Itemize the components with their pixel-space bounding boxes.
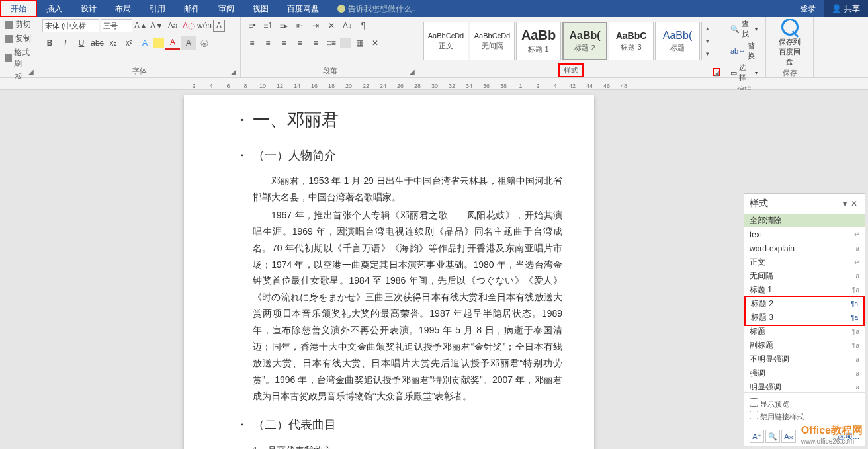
- show-marks-button[interactable]: ¶: [356, 19, 370, 33]
- text-direction-button[interactable]: ✕: [324, 19, 339, 33]
- tab-review[interactable]: 审阅: [209, 0, 243, 17]
- login-button[interactable]: 登录: [792, 3, 824, 15]
- snap-button[interactable]: ✕: [368, 36, 382, 50]
- strike-button[interactable]: abc: [90, 36, 105, 50]
- font-launcher[interactable]: ◢: [231, 68, 239, 76]
- list-item: 1、月亮代表我的心: [253, 442, 562, 449]
- style-gallery-more[interactable]: ▴▾▾: [701, 22, 713, 60]
- paragraph-group: ≡• ≡1 ≡▸ ⇤ ⇥ ✕ A↓ ¶ ≡ ≡ ≡ ≡ ≡ ‡≡ ▦ ✕ 段落: [241, 17, 419, 77]
- copy-button[interactable]: 复制: [4, 32, 34, 45]
- manage-styles-button[interactable]: A⁎: [781, 430, 796, 443]
- sort-button[interactable]: A↓: [340, 19, 355, 33]
- style-heading2[interactable]: AaBb(标题 2: [562, 22, 607, 60]
- tab-baidu[interactable]: 百度网盘: [278, 0, 328, 17]
- align-center-button[interactable]: ≡: [261, 36, 275, 50]
- subscript-button[interactable]: x₂: [106, 36, 120, 50]
- font-group: 宋体 (中文标 三号 A▲ A▼ Aa A◌ wén A B I U abc x…: [38, 17, 241, 77]
- style-inspector-button[interactable]: 🔍: [765, 430, 780, 443]
- cut-button[interactable]: 剪切: [4, 19, 34, 31]
- copy-icon: [5, 35, 13, 43]
- change-case-button[interactable]: Aa: [165, 19, 180, 33]
- select-button[interactable]: ▭选择▾: [729, 62, 759, 83]
- pane-close-icon[interactable]: ✕: [849, 199, 859, 208]
- paragraph-1: 邓丽君，1953 年 1 月 29 日出生于中国台湾省云林县，祖籍中国河北省邯郸…: [253, 173, 562, 206]
- numbering-button[interactable]: ≡1: [261, 19, 275, 33]
- tell-me[interactable]: 告诉我您想做什么...: [328, 0, 427, 17]
- style-row[interactable]: 副标题¶a: [744, 339, 865, 352]
- clipboard-group: 剪切 复制 格式刷 板 ◢: [0, 17, 38, 77]
- clipboard-launcher[interactable]: ◢: [28, 68, 36, 76]
- new-style-button[interactable]: A⁺: [750, 430, 764, 443]
- share-button[interactable]: 👤共享: [824, 0, 868, 17]
- enclose-char-button[interactable]: ㊧: [197, 36, 212, 50]
- baidu-group: 保存到百度网盘 保存: [766, 17, 814, 77]
- italic-button[interactable]: I: [58, 36, 73, 50]
- pane-dropdown-icon[interactable]: ▾: [841, 199, 849, 208]
- underline-button[interactable]: U: [74, 36, 89, 50]
- phonetic-button[interactable]: wén: [197, 19, 212, 33]
- style-row-heading2[interactable]: 标题 2¶a: [746, 297, 863, 311]
- multilevel-button[interactable]: ≡▸: [277, 19, 291, 33]
- baidu-cloud-icon: [781, 19, 799, 36]
- align-left-button[interactable]: ≡: [245, 36, 259, 50]
- style-normal[interactable]: AaBbCcDd正文: [423, 22, 468, 60]
- highlight-button[interactable]: [153, 38, 164, 48]
- font-size-select[interactable]: 三号: [101, 19, 132, 32]
- paragraph-launcher[interactable]: ◢: [410, 68, 417, 76]
- align-right-button[interactable]: ≡: [277, 36, 291, 50]
- paragraph-label: 段落: [245, 65, 415, 77]
- style-nospacing[interactable]: AaBbCcDd无间隔: [470, 22, 515, 60]
- clear-format-button[interactable]: A◌: [181, 19, 196, 33]
- document-workspace: 一、邓丽君 （一）人物简介 邓丽君，1953 年 1 月 29 日出生于中国台湾…: [0, 90, 868, 449]
- font-label: 字体: [42, 65, 236, 77]
- style-row[interactable]: word-explaina: [744, 241, 865, 255]
- disable-linked-checkbox[interactable]: 禁用链接样式: [750, 411, 859, 422]
- text-effect-button[interactable]: A: [138, 36, 152, 50]
- replace-button[interactable]: ab↔替换: [729, 40, 759, 61]
- shrink-font-button[interactable]: A▼: [150, 19, 164, 33]
- style-row[interactable]: 强调a: [744, 366, 865, 380]
- font-name-select[interactable]: 宋体 (中文标: [42, 19, 99, 32]
- style-heading3[interactable]: AaBbC标题 3: [609, 22, 654, 60]
- tab-layout[interactable]: 布局: [106, 0, 140, 17]
- font-color-button[interactable]: A: [165, 36, 180, 50]
- tab-design[interactable]: 设计: [71, 0, 106, 17]
- style-row[interactable]: 明显强调a: [744, 380, 865, 392]
- shading-button[interactable]: [340, 38, 351, 48]
- borders-button[interactable]: ▦: [352, 36, 367, 50]
- save-baidu-button[interactable]: 保存到百度网盘: [770, 19, 809, 67]
- style-row[interactable]: 无间隔a: [744, 269, 865, 283]
- tab-view[interactable]: 视图: [243, 0, 278, 17]
- justify-button[interactable]: ≡: [292, 36, 307, 50]
- grow-font-button[interactable]: A▲: [134, 19, 148, 33]
- char-shading-button[interactable]: A: [181, 36, 196, 50]
- style-row-heading3[interactable]: 标题 3¶a: [746, 311, 863, 325]
- distribute-button[interactable]: ≡: [308, 36, 323, 50]
- tab-mail[interactable]: 邮件: [175, 0, 209, 17]
- tab-home[interactable]: 开始: [0, 0, 37, 17]
- bullets-button[interactable]: ≡•: [245, 19, 259, 33]
- style-row-clear[interactable]: 全部清除: [744, 214, 865, 227]
- style-row[interactable]: 标题¶a: [744, 325, 865, 339]
- char-border-button[interactable]: A: [213, 20, 225, 32]
- styles-launcher[interactable]: ◢: [713, 68, 720, 76]
- increase-indent-button[interactable]: ⇥: [308, 19, 323, 33]
- tab-references[interactable]: 引用: [140, 0, 175, 17]
- superscript-button[interactable]: x²: [122, 36, 136, 50]
- style-heading1[interactable]: AaBb标题 1: [516, 22, 561, 60]
- format-painter-button[interactable]: 格式刷: [4, 46, 34, 70]
- document-page[interactable]: 一、邓丽君 （一）人物简介 邓丽君，1953 年 1 月 29 日出生于中国台湾…: [184, 95, 594, 449]
- decrease-indent-button[interactable]: ⇤: [292, 19, 307, 33]
- heading-2-intro: （一）人物简介: [253, 147, 562, 163]
- style-row[interactable]: 标题 1¶a: [744, 283, 865, 297]
- bold-button[interactable]: B: [42, 36, 57, 50]
- style-row[interactable]: text↵: [744, 227, 865, 241]
- find-button[interactable]: 🔍查找▾: [729, 19, 759, 40]
- style-row[interactable]: 不明显强调a: [744, 352, 865, 366]
- line-spacing-button[interactable]: ‡≡: [324, 36, 339, 50]
- tab-insert[interactable]: 插入: [37, 0, 71, 17]
- styles-group: AaBbCcDd正文 AaBbCcDd无间隔 AaBb标题 1 AaBb(标题 …: [419, 17, 722, 77]
- style-row[interactable]: 正文↵: [744, 255, 865, 269]
- style-title[interactable]: AaBb(标题: [655, 22, 700, 60]
- show-preview-checkbox[interactable]: 显示预览: [750, 398, 859, 409]
